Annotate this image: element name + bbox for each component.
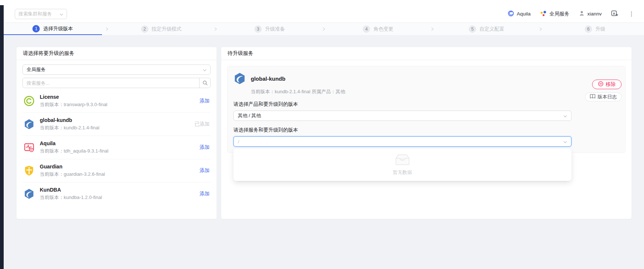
- card-product: 其他: [335, 89, 345, 94]
- changelog-book-icon: [590, 94, 595, 100]
- step-label: 指定升级模式: [152, 26, 182, 32]
- step-label: 选择升级版本: [43, 25, 73, 32]
- card-version-label: 当前版本：: [251, 89, 275, 94]
- step-chevron-icon: [427, 23, 437, 35]
- service-version-dropdown: 暂无数据: [233, 149, 571, 181]
- chevron-down-icon: [563, 138, 567, 145]
- step-label: 升级: [595, 26, 605, 32]
- version-prefix: 当前版本：: [40, 125, 64, 130]
- service-picker-body: 全局服务: [17, 60, 217, 205]
- cluster-service-search-placeholder: 搜索集群和服务: [18, 11, 60, 17]
- service-version: tdh_aquila-9.3.1-final: [64, 148, 108, 154]
- version-prefix: 当前版本：: [40, 195, 64, 200]
- service-row-license: License 当前版本：transwarp-9.3.0-final 添加: [22, 90, 211, 113]
- user-menu[interactable]: xiannv: [579, 10, 602, 17]
- service-version-select[interactable]: /: [233, 136, 571, 147]
- step-label: 角色变更: [373, 26, 393, 32]
- service-row-aquila: Aquila 当前版本：tdh_aquila-9.3.1-final 添加: [22, 136, 211, 159]
- topbar: 搜索集群和服务 Aquila 全局服务: [4, 5, 644, 23]
- remove-service-button[interactable]: 移除: [592, 80, 622, 89]
- scope-menu[interactable]: 全局服务: [540, 10, 569, 18]
- step-number: 1: [32, 25, 40, 32]
- language-switch-button[interactable]: A: [611, 10, 618, 18]
- step-number: 4: [363, 25, 370, 33]
- card-product-label: 所属产品：: [312, 89, 335, 94]
- service-row-global-kundb: global-kundb 当前版本：kundb-2.1.4-final 已添加: [22, 113, 211, 136]
- step-5-custom-config[interactable]: 5 自定义配置: [437, 23, 536, 35]
- version-prefix: 当前版本：: [40, 171, 64, 177]
- translate-icon: A: [611, 10, 618, 18]
- add-service-link[interactable]: 添加: [200, 144, 210, 151]
- step-6-upgrade[interactable]: 6 升级: [546, 23, 644, 35]
- added-service-label: 已添加: [195, 121, 210, 127]
- card-actions: 移除 版本日志: [585, 80, 622, 101]
- step-chevron-icon: [102, 23, 112, 35]
- guardian-icon: [24, 165, 35, 176]
- step-label: 自定义配置: [479, 26, 504, 32]
- aquila-globe-icon: [508, 10, 514, 18]
- content-area: 请选择将要升级的服务 全局服务: [4, 35, 644, 269]
- upgrade-wizard-stepper: 1 选择升级版本 2 指定升级模式 3 升级准备 4 角色变更 5 自定义配置: [4, 23, 644, 35]
- step-chevron-icon: [210, 23, 221, 35]
- card-service-name: global-kundb: [251, 76, 285, 82]
- service-name: global-kundb: [40, 117, 99, 123]
- upgrade-service-card: global-kundb 当前版本：kundb-2.1.4-final 所属产品…: [227, 66, 626, 153]
- svg-text:A: A: [613, 11, 615, 15]
- topbar-right: Aquila 全局服务 xiannv A: [508, 10, 635, 18]
- service-name: License: [40, 94, 108, 100]
- left-dark-rail: [0, 5, 4, 269]
- kundb-icon: [24, 119, 35, 130]
- step-2-upgrade-mode[interactable]: 2 指定升级模式: [112, 23, 211, 35]
- license-icon: [24, 95, 35, 106]
- kundba-icon: [24, 188, 35, 199]
- product-version-select[interactable]: 其他 / 其他: [233, 111, 571, 121]
- remove-button-label: 移除: [606, 81, 616, 88]
- service-search-input[interactable]: [23, 78, 199, 88]
- card-meta: 当前版本：kundb-2.1.4-final 所属产品：其他: [251, 88, 619, 95]
- chevron-down-icon: [60, 11, 63, 17]
- product-menu[interactable]: Aquila: [508, 10, 531, 18]
- user-icon: [579, 10, 585, 17]
- service-row-guardian: Guardian 当前版本：guardian-3.2.6-final 添加: [22, 159, 211, 182]
- add-service-link[interactable]: 添加: [200, 167, 210, 174]
- service-row-kundba: KunDBA 当前版本：kundba-1.2.0-final 添加: [22, 182, 211, 205]
- step-number: 6: [585, 25, 592, 33]
- pending-upgrade-header: 待升级服务: [221, 47, 631, 60]
- version-prefix: 当前版本：: [40, 102, 64, 107]
- chevron-down-icon: [563, 112, 567, 119]
- step-3-upgrade-prepare[interactable]: 3 升级准备: [221, 23, 319, 35]
- step-chevron-icon: [536, 23, 546, 35]
- search-icon[interactable]: [199, 78, 210, 88]
- version-changelog-button[interactable]: 版本日志: [585, 92, 622, 101]
- service-list: License 当前版本：transwarp-9.3.0-final 添加 gl…: [22, 90, 211, 205]
- scope-menu-label: 全局服务: [549, 11, 569, 17]
- step-label: 升级准备: [265, 26, 285, 32]
- service-picker-header: 请选择将要升级的服务: [17, 47, 217, 60]
- service-select-label: 请选择服务和要升级到的版本: [233, 127, 571, 133]
- step-number: 5: [469, 25, 476, 33]
- browser-edge-strip: [0, 0, 644, 5]
- scope-select-value: 全局服务: [27, 66, 203, 73]
- card-version: kundb-2.1.4-final: [275, 89, 310, 94]
- step-4-role-change[interactable]: 4 角色变更: [329, 23, 427, 35]
- more-options-kebab-icon[interactable]: ⋮: [628, 11, 635, 17]
- main-area: 搜索集群和服务 Aquila 全局服务: [4, 5, 644, 269]
- pending-upgrade-panel: 待升级服务 global-kundb 当前版本：kundb-2.1.4-fina…: [221, 47, 631, 219]
- service-version: transwarp-9.3.0-final: [64, 102, 108, 107]
- service-picker-panel: 请选择将要升级的服务 全局服务: [17, 47, 217, 219]
- service-version: guardian-3.2.6-final: [64, 171, 105, 177]
- cluster-service-search-select[interactable]: 搜索集群和服务: [15, 9, 67, 19]
- cluster-dots-icon: [540, 10, 547, 18]
- add-service-link[interactable]: 添加: [200, 98, 210, 104]
- add-service-link[interactable]: 添加: [200, 191, 210, 197]
- scope-select[interactable]: 全局服务: [22, 64, 211, 75]
- service-name: Aquila: [40, 140, 108, 146]
- service-version: kundba-1.2.0-final: [64, 195, 102, 200]
- step-number: 2: [141, 25, 148, 33]
- empty-box-icon: [395, 154, 410, 167]
- aquila-icon: [24, 142, 35, 153]
- step-1-select-version[interactable]: 1 选择升级版本: [4, 23, 102, 35]
- service-version: kundb-2.1.4-final: [64, 125, 99, 130]
- service-name: KunDBA: [40, 187, 102, 193]
- kundb-icon: [233, 72, 246, 85]
